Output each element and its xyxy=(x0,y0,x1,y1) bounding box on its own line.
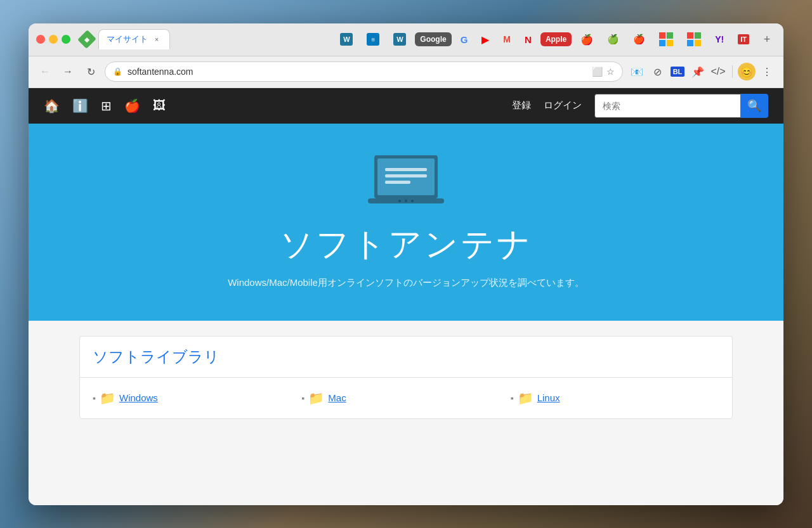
code-icon[interactable]: </> xyxy=(709,63,727,80)
bookmarks-bar: W ≡ W Google G ▶ M N App xyxy=(335,30,776,49)
extensions-icon[interactable]: 📧 xyxy=(628,63,646,80)
gmail-icon: M xyxy=(503,34,511,44)
window-controls xyxy=(36,35,70,44)
bookmark-google-g[interactable]: G xyxy=(455,32,473,48)
youtube-icon: ▶ xyxy=(481,34,489,46)
login-link[interactable]: ログイン xyxy=(544,100,582,112)
menu-icon[interactable]: ⋮ xyxy=(758,63,776,80)
category-mac: ▪ 📁 Mac xyxy=(301,390,510,406)
bookmark-apple[interactable]: Apple xyxy=(540,32,572,46)
ms-grid-icon xyxy=(659,32,673,46)
google-label: Google xyxy=(420,35,446,44)
svg-point-8 xyxy=(411,200,414,202)
minimize-button[interactable] xyxy=(49,35,58,44)
svg-point-7 xyxy=(405,200,407,202)
bookmark-trello[interactable]: ≡ xyxy=(362,30,384,48)
apple-label: Apple xyxy=(546,35,566,44)
bookmark-yahoo[interactable]: Y! xyxy=(710,32,729,47)
tab-mysite[interactable]: マイサイト × xyxy=(98,29,170,49)
home-icon[interactable]: 🏠 xyxy=(44,98,60,113)
bookmark-wp2[interactable]: W xyxy=(388,30,411,48)
windows-icon[interactable]: ⊞ xyxy=(101,98,112,113)
svg-rect-3 xyxy=(385,174,427,177)
bookmark-apple-logo[interactable]: 🍎 xyxy=(575,31,598,48)
windows-folder-icon: 📁 xyxy=(100,390,115,406)
bookmark-google[interactable]: Google xyxy=(415,32,451,46)
url-text: softantenna.com xyxy=(128,67,587,77)
bookmark-star-icon[interactable]: ☆ xyxy=(606,67,615,77)
wp2-favicon: W xyxy=(393,33,406,46)
new-tab-button[interactable]: + xyxy=(758,30,776,48)
linux-collapse-icon[interactable]: ▪ xyxy=(511,393,514,403)
tabs-area: マイサイト × xyxy=(98,29,330,49)
search-button[interactable]: 🔍 xyxy=(740,94,768,118)
linux-link[interactable]: Linux xyxy=(537,392,560,403)
mac-link[interactable]: Mac xyxy=(328,392,346,403)
trello-favicon: ≡ xyxy=(367,33,379,46)
hero-section: ソフトアンテナ Windows/Mac/Mobile用オンラインソフトのバージョ… xyxy=(29,124,783,321)
card-body: ▪ 📁 Windows ▪ 📁 Mac ▪ 📁 Linux xyxy=(80,378,732,418)
it-media-icon: IT xyxy=(738,34,749,44)
category-windows: ▪ 📁 Windows xyxy=(93,390,301,406)
cast-icon[interactable]: ⬜ xyxy=(592,67,603,77)
card-header: ソフトライブラリ xyxy=(80,337,732,378)
svg-point-6 xyxy=(398,200,401,202)
address-bar-area: ← → ↻ 🔒 softantenna.com ⬜ ☆ 📧 ⊘ BL 📌 </>… xyxy=(29,56,783,88)
refresh-button[interactable]: ↻ xyxy=(82,63,100,80)
search-container: 🔍 xyxy=(594,94,768,118)
bookmark-wp1[interactable]: W xyxy=(335,30,358,48)
hero-subtitle: Windows/Mac/Mobile用オンラインソフトのバージョンアップ状況を調… xyxy=(228,277,584,289)
search-input[interactable] xyxy=(594,94,740,118)
forward-button[interactable]: → xyxy=(59,63,77,80)
apple2-icon: 🍏 xyxy=(607,34,619,45)
laptop-illustration xyxy=(365,149,447,212)
tab-close-button[interactable]: × xyxy=(152,34,162,44)
bookmark-it-media[interactable]: IT xyxy=(733,32,754,47)
wp1-favicon: W xyxy=(340,33,353,46)
netflix-icon: N xyxy=(525,34,532,45)
mac-folder-icon: 📁 xyxy=(308,390,324,406)
website-nav: 🏠 ℹ️ ⊞ 🍎 🖼 登録 ログイン 🔍 xyxy=(29,88,783,124)
title-bar: ◆ マイサイト × W ≡ W Google G xyxy=(29,23,783,56)
hero-title: ソフトアンテナ xyxy=(280,222,533,267)
profile-avatar[interactable]: 😊 xyxy=(738,63,756,80)
google-g-icon: G xyxy=(461,34,468,45)
content-area: ソフトライブラリ ▪ 📁 Windows ▪ 📁 Mac ▪ 📁 Linux xyxy=(29,321,783,505)
toolbar-separator xyxy=(732,65,733,78)
register-link[interactable]: 登録 xyxy=(512,100,531,112)
yahoo-icon: Y! xyxy=(715,34,724,44)
info-icon[interactable]: ℹ️ xyxy=(72,98,88,113)
bookmark-microsoft[interactable] xyxy=(654,30,678,49)
ms2-grid-icon xyxy=(687,32,701,46)
pin-icon[interactable]: 📌 xyxy=(689,63,707,80)
address-bar[interactable]: 🔒 softantenna.com ⬜ ☆ xyxy=(105,61,623,82)
soft-library-card: ソフトライブラリ ▪ 📁 Windows ▪ 📁 Mac ▪ 📁 Linux xyxy=(79,336,733,419)
block-icon[interactable]: ⊘ xyxy=(648,63,666,80)
bookmark-ms2[interactable] xyxy=(682,30,706,49)
address-bar-icons: ⬜ ☆ xyxy=(592,67,615,77)
svg-rect-2 xyxy=(385,168,427,171)
bookmark-apple3[interactable]: 🍎 xyxy=(628,31,650,48)
bookmark-apple2[interactable]: 🍏 xyxy=(602,31,624,48)
tab-mysite-label: マイサイト xyxy=(107,34,148,45)
mysite-favicon: ◆ xyxy=(81,33,93,46)
apple-nav-icon[interactable]: 🍎 xyxy=(124,98,140,113)
lock-icon: 🔒 xyxy=(113,67,122,76)
buffer-icon[interactable]: BL xyxy=(669,63,686,80)
category-linux: ▪ 📁 Linux xyxy=(511,390,719,406)
linux-folder-icon: 📁 xyxy=(518,390,534,406)
mac-collapse-icon[interactable]: ▪ xyxy=(301,393,304,403)
windows-link[interactable]: Windows xyxy=(119,392,158,403)
bookmark-gmail[interactable]: M xyxy=(498,32,516,47)
bookmark-youtube[interactable]: ▶ xyxy=(476,31,494,48)
soft-library-title: ソフトライブラリ xyxy=(93,347,719,367)
back-button[interactable]: ← xyxy=(36,63,54,80)
apple3-icon: 🍎 xyxy=(633,34,645,45)
toolbar-icons: 📧 ⊘ BL 📌 </> 😊 ⋮ xyxy=(628,63,776,80)
bookmark-netflix[interactable]: N xyxy=(520,32,537,48)
maximize-button[interactable] xyxy=(62,35,70,44)
close-button[interactable] xyxy=(36,35,45,44)
gallery-icon[interactable]: 🖼 xyxy=(153,98,166,113)
svg-rect-4 xyxy=(385,181,410,184)
windows-collapse-icon[interactable]: ▪ xyxy=(93,393,96,403)
